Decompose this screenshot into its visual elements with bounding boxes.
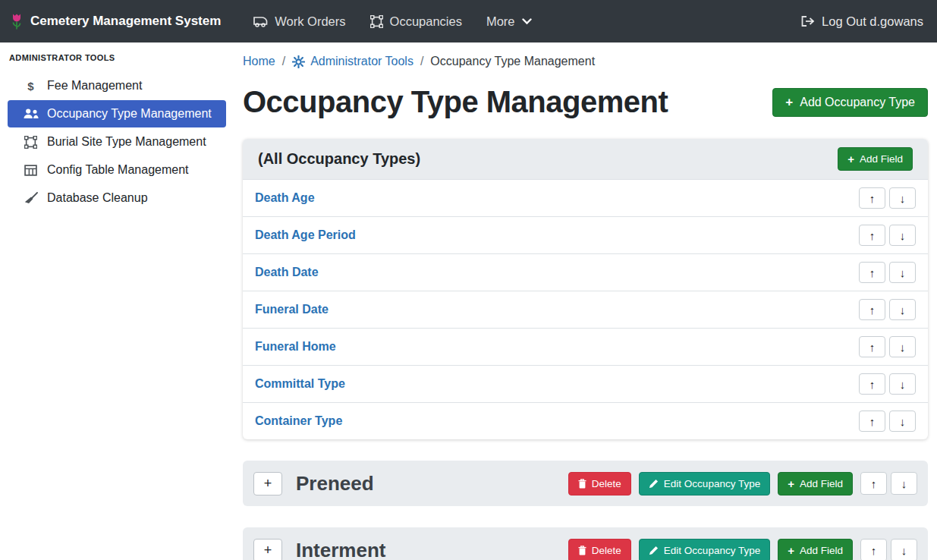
reorder-controls: ↑ ↓: [860, 539, 917, 560]
field-link[interactable]: Funeral Date: [255, 303, 329, 316]
chevron-down-icon: [522, 18, 532, 25]
add-field-button[interactable]: + Add Field: [838, 147, 913, 171]
add-field-button[interactable]: + Add Field: [778, 539, 853, 560]
move-up-button[interactable]: ↑: [859, 373, 885, 395]
field-row: Funeral Date ↑ ↓: [243, 291, 928, 328]
breadcrumb-home[interactable]: Home: [243, 55, 275, 68]
reorder-controls: ↑ ↓: [859, 187, 916, 209]
dollar-icon: $: [23, 80, 39, 93]
edit-occupancy-type-button[interactable]: Edit Occupancy Type: [639, 539, 770, 560]
field-row: Death Age Period ↑ ↓: [243, 216, 928, 253]
move-up-button[interactable]: ↑: [859, 225, 885, 246]
move-down-button[interactable]: ↓: [889, 262, 916, 283]
plus-icon: +: [788, 478, 794, 489]
field-link[interactable]: Funeral Home: [255, 340, 336, 354]
logout-link[interactable]: Log Out d.gowans: [800, 14, 923, 29]
add-field-label: Add Field: [800, 545, 843, 556]
move-down-button[interactable]: ↓: [891, 539, 917, 560]
move-down-button[interactable]: ↓: [891, 472, 917, 495]
field-row: Death Date ↑ ↓: [243, 253, 928, 291]
all-occupancy-types-card: (All Occupancy Types) + Add Field Death …: [243, 139, 928, 439]
move-down-button[interactable]: ↓: [889, 411, 916, 432]
add-occupancy-type-label: Add Occupancy Type: [800, 96, 915, 109]
sidebar-item-database-cleanup[interactable]: Database Cleanup: [8, 184, 226, 212]
section-name: Interment: [296, 539, 385, 560]
section-actions: Delete Edit Occupancy Type + Add Field ↑: [568, 539, 917, 560]
sidebar-item-config-table-management[interactable]: Config Table Management: [8, 156, 226, 184]
field-link[interactable]: Death Age Period: [255, 228, 356, 242]
app-brand[interactable]: Cemetery Management System: [11, 13, 221, 30]
nav-occupancies[interactable]: Occupancies: [358, 8, 474, 35]
move-down-button[interactable]: ↓: [889, 299, 916, 320]
delete-button[interactable]: Delete: [568, 472, 631, 496]
occupancy-type-section-interment: + Interment Delete: [243, 527, 928, 560]
delete-button[interactable]: Delete: [568, 539, 631, 560]
main-content: Home / Administrator Tools: [234, 42, 937, 560]
reorder-controls: ↑ ↓: [860, 472, 917, 495]
move-down-button[interactable]: ↓: [889, 373, 916, 395]
expand-button[interactable]: +: [253, 539, 282, 560]
add-occupancy-type-button[interactable]: + Add Occupancy Type: [772, 88, 928, 117]
sidebar-item-fee-management[interactable]: $ Fee Management: [8, 72, 226, 99]
nav-more-label: More: [486, 14, 515, 29]
reorder-controls: ↑ ↓: [859, 299, 916, 320]
field-link[interactable]: Death Date: [255, 266, 319, 279]
reorder-controls: ↑ ↓: [859, 262, 916, 283]
breadcrumb-separator: /: [282, 55, 285, 68]
vector-square-icon: [23, 136, 39, 149]
move-up-button[interactable]: ↑: [859, 336, 885, 357]
move-down-button[interactable]: ↓: [889, 187, 916, 209]
table-icon: [23, 165, 39, 176]
move-up-button[interactable]: ↑: [859, 262, 885, 283]
move-down-button[interactable]: ↓: [889, 225, 916, 246]
users-icon: [23, 109, 39, 119]
plus-icon: +: [847, 153, 854, 165]
plus-icon: +: [785, 96, 793, 109]
broom-icon: [23, 192, 39, 204]
move-up-button[interactable]: ↑: [859, 299, 885, 320]
flower-logo-icon: [11, 13, 23, 30]
move-down-button[interactable]: ↓: [889, 336, 916, 357]
breadcrumb: Home / Administrator Tools: [243, 55, 928, 68]
sidebar-item-label: Fee Management: [47, 79, 142, 93]
truck-icon: [253, 16, 268, 27]
sidebar-item-occupancy-type-management[interactable]: Occupancy Type Management: [8, 100, 226, 127]
add-field-button[interactable]: + Add Field: [778, 472, 853, 496]
reorder-controls: ↑ ↓: [859, 373, 916, 395]
title-row: Occupancy Type Management + Add Occupanc…: [243, 85, 928, 119]
plus-icon: +: [788, 545, 794, 556]
breadcrumb-admin-tools[interactable]: Administrator Tools: [292, 55, 413, 68]
add-field-label: Add Field: [860, 153, 903, 165]
field-row: Container Type ↑ ↓: [243, 402, 928, 439]
add-field-label: Add Field: [800, 478, 843, 489]
edit-occupancy-type-label: Edit Occupancy Type: [664, 478, 760, 489]
trash-icon: [578, 546, 586, 555]
all-occupancy-types-header: (All Occupancy Types) + Add Field: [243, 139, 928, 179]
app-title: Cemetery Management System: [30, 14, 221, 29]
field-link[interactable]: Container Type: [255, 414, 342, 428]
sidebar-item-label: Burial Site Type Management: [47, 135, 206, 149]
sidebar-item-burial-site-type-management[interactable]: Burial Site Type Management: [8, 128, 226, 156]
move-up-button[interactable]: ↑: [859, 411, 885, 432]
move-up-button[interactable]: ↑: [860, 539, 887, 560]
top-navbar: Cemetery Management System Work Orders: [0, 0, 937, 42]
edit-occupancy-type-button[interactable]: Edit Occupancy Type: [639, 472, 770, 496]
logout-icon: [800, 15, 815, 27]
sidebar-item-label: Occupancy Type Management: [47, 107, 212, 121]
field-link[interactable]: Committal Type: [255, 377, 345, 391]
edit-occupancy-type-label: Edit Occupancy Type: [664, 545, 760, 556]
breadcrumb-separator: /: [420, 55, 423, 68]
move-up-button[interactable]: ↑: [860, 472, 887, 495]
breadcrumb-admin-tools-label: Administrator Tools: [310, 55, 413, 68]
field-link[interactable]: Death Age: [255, 191, 315, 205]
nav-more[interactable]: More: [474, 8, 544, 35]
field-row: Funeral Home ↑ ↓: [243, 328, 928, 365]
nav-work-orders[interactable]: Work Orders: [241, 8, 357, 35]
move-up-button[interactable]: ↑: [859, 187, 885, 209]
breadcrumb-current: Occupancy Type Management: [430, 55, 595, 68]
pencil-icon: [649, 546, 659, 555]
nav-work-orders-label: Work Orders: [275, 14, 345, 29]
nav-occupancies-label: Occupancies: [390, 14, 462, 29]
reorder-controls: ↑ ↓: [859, 225, 916, 246]
expand-button[interactable]: +: [253, 472, 282, 496]
